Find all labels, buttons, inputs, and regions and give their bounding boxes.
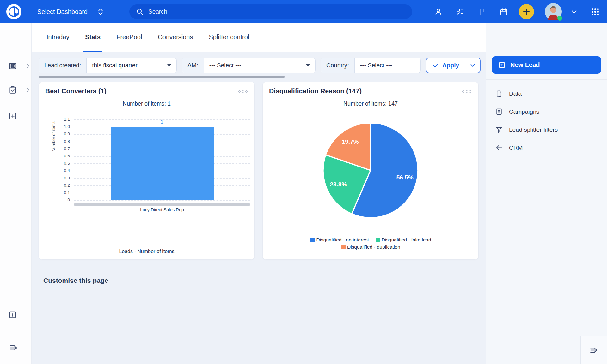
y-tick-label: 0.3 (54, 176, 70, 181)
app-logo-icon[interactable] (6, 3, 22, 20)
dashboard-icon[interactable] (9, 62, 17, 70)
main-content: IntradayStatsFreePoolConversionsSplitter… (32, 23, 486, 364)
chevron-right-icon[interactable] (26, 64, 30, 68)
expand-panel-icon[interactable] (580, 336, 607, 364)
expand-sidebar-icon[interactable] (9, 343, 19, 353)
widgets-row: Best Converters (1) Number of items: 1 N… (32, 82, 486, 260)
person-icon[interactable] (434, 8, 443, 16)
legend-label: Disqualified - fake lead (382, 237, 431, 243)
avatar[interactable] (545, 3, 562, 20)
y-tick-label: 1.0 (54, 124, 70, 129)
panel-item-data[interactable]: Data (486, 85, 607, 103)
tab-freepool[interactable]: FreePool (114, 23, 144, 52)
tab-conversions[interactable]: Conversions (156, 23, 195, 52)
panel-item-label: Data (509, 90, 522, 97)
y-tick-label: 0.6 (54, 154, 70, 159)
file-icon (495, 90, 503, 98)
clipboard-check-icon[interactable] (9, 86, 17, 94)
legend-marker (310, 238, 315, 242)
legend-item-disqualified-duplication[interactable]: Disqualified - duplication (341, 244, 400, 250)
tab-strip: IntradayStatsFreePoolConversionsSplitter… (32, 23, 486, 52)
filter-bar: Lead created:this fiscal quarterAM:--- S… (39, 58, 481, 73)
filter-value: --- Select --- (360, 62, 392, 69)
doc-lines-icon (495, 108, 503, 116)
y-tick-label: 0.1 (54, 190, 70, 195)
panel-divider (486, 79, 607, 80)
new-lead-label: New Lead (510, 61, 540, 69)
sidebar-divider (4, 336, 27, 336)
filter-pills: Lead created:this fiscal quarterAM:--- S… (39, 58, 421, 73)
panel-item-label: Lead splitter filters (509, 126, 558, 133)
dashboard-selector-label: Select Dashboard (37, 8, 88, 15)
calendar-icon[interactable] (500, 8, 508, 16)
y-tick-label: 0.5 (54, 161, 70, 166)
legend-label: Disqualified - duplication (347, 244, 400, 250)
filter-pill-am[interactable]: AM:--- Select --- (182, 58, 316, 73)
best-converters-card: Best Converters (1) Number of items: 1 N… (39, 82, 255, 260)
filter-label: AM: (182, 58, 204, 73)
filter-pill-country[interactable]: Country:--- Select --- (321, 58, 421, 73)
kebab-menu-icon[interactable] (238, 90, 248, 93)
search-input[interactable]: Search (129, 4, 412, 19)
y-tick-label: 0.9 (54, 131, 70, 136)
panel-item-campaigns[interactable]: Campaigns (486, 103, 607, 121)
chart-footer-label: Leads - Number of items (39, 249, 254, 254)
pie-slice-value-label: 19.7% (342, 138, 359, 145)
chevron-down-icon[interactable] (571, 8, 578, 15)
customise-page-link[interactable]: Customise this page (43, 277, 108, 284)
funnel-icon (495, 126, 503, 134)
tab-stats[interactable]: Stats (83, 23, 102, 52)
quick-add-button[interactable] (519, 4, 534, 19)
panel-menu: DataCampaignsLead splitter filtersCRM (486, 85, 607, 157)
filter-value: --- Select --- (209, 62, 241, 69)
legend-item-disqualified-no-interest[interactable]: Disqualified - no interest (310, 237, 369, 243)
filter-select[interactable]: this fiscal quarter (87, 58, 176, 73)
tab-intraday[interactable]: Intraday (45, 23, 71, 52)
panel-item-label: CRM (509, 144, 523, 151)
dashboard-selector[interactable]: Select Dashboard (37, 8, 104, 16)
x-category-label: Lucy Direct Sales Rep (115, 207, 210, 212)
pie-chart: 56.5%23.8%19.7% (318, 118, 423, 222)
legend-marker (341, 245, 346, 249)
gridline (74, 200, 250, 201)
online-status-dot (557, 16, 562, 21)
filter-value: this fiscal quarter (92, 62, 138, 69)
filter-pill-lead-created[interactable]: Lead created:this fiscal quarter (39, 58, 177, 73)
disqualification-reason-card: Disqualification Reason (147) Number of … (262, 82, 479, 260)
legend-label: Disqualified - no interest (316, 237, 369, 243)
pie-slice-value-label: 23.8% (330, 181, 347, 188)
kebab-menu-icon[interactable] (462, 90, 471, 93)
panel-item-lead-splitter-filters[interactable]: Lead splitter filters (486, 121, 607, 139)
apply-dropdown-chevron-icon[interactable] (465, 58, 480, 73)
tasks-icon[interactable] (456, 8, 464, 16)
filter-label: Country: (321, 58, 355, 73)
apps-grid-icon[interactable] (591, 8, 599, 16)
card-subtitle: Number of items: 1 (39, 100, 254, 107)
card-subtitle: Number of items: 147 (263, 100, 478, 107)
panel-footer (486, 336, 607, 364)
chevron-right-icon[interactable] (26, 88, 30, 92)
filter-select[interactable]: --- Select --- (204, 58, 315, 73)
y-tick-label: 0.2 (54, 183, 70, 188)
bar-value-label: 1 (150, 119, 175, 125)
topbar: Select Dashboard Search (0, 0, 607, 23)
chart-scrollbar[interactable] (74, 203, 250, 206)
right-panel: New Lead DataCampaignsLead splitter filt… (486, 23, 607, 364)
new-lead-button[interactable]: New Lead (492, 56, 601, 74)
panel-item-label: Campaigns (509, 108, 539, 115)
bar-lucy-direct-sales-rep[interactable] (111, 127, 214, 200)
search-placeholder: Search (148, 8, 167, 15)
flag-icon[interactable] (478, 8, 486, 16)
filters-scrollbar[interactable] (39, 76, 285, 78)
plus-icon (522, 8, 530, 16)
square-plus-icon[interactable] (9, 112, 17, 120)
apply-button[interactable]: Apply (426, 58, 465, 73)
y-tick-label: 0.8 (54, 139, 70, 144)
arrow-left-icon (495, 144, 503, 152)
filter-select[interactable]: --- Select --- (355, 58, 420, 73)
info-icon[interactable] (9, 311, 17, 319)
apply-button-label: Apply (442, 62, 459, 69)
panel-item-crm[interactable]: CRM (486, 139, 607, 157)
tab-splitter-control[interactable]: Splitter control (207, 23, 251, 52)
legend-item-disqualified-fake-lead[interactable]: Disqualified - fake lead (376, 237, 431, 243)
